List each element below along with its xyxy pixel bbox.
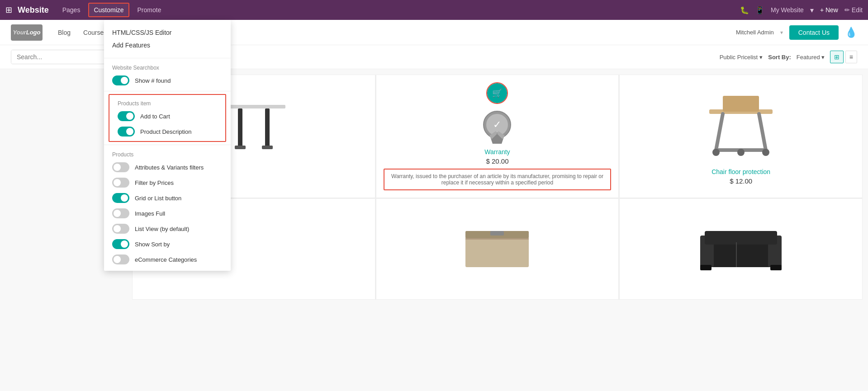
product-price-warranty: $ 20.00 [486,157,508,165]
promote-nav[interactable]: Promote [133,4,166,16]
filter-prices-label: Filter by Prices [135,179,223,186]
pricelist-label: Public Pricelist [720,54,758,61]
filter-prices-row: Filter by Prices [104,175,231,190]
box-svg [456,217,538,276]
products-section: Products [104,148,231,160]
product-description-warranty: Warranty, issued to the purchaser of an … [384,169,612,190]
svg-point-16 [762,149,769,156]
images-full-toggle[interactable] [112,208,129,218]
bug-icon[interactable]: 🐛 [740,6,749,14]
product-image-sofa [627,206,855,287]
svg-rect-21 [490,231,504,236]
product-grid-area: 🛒 ✓ Warranty $ 20.00 Warranty, issued to… [127,69,868,305]
topbar-right: 🐛 📱 My Website ▾ + New ✏ Edit [740,6,863,14]
product-image-chair [627,82,855,164]
nav-blog[interactable]: Blog [52,20,77,45]
images-full-row: Images Full [104,206,231,221]
sort-by-label: Sort By: [768,54,791,61]
product-description-label: Product Description [140,128,217,135]
ecommerce-categories-toggle[interactable] [112,254,129,264]
svg-line-13 [759,114,766,150]
sort-arrow-icon: ▾ [821,54,825,61]
add-to-cart-label: Add to Cart [140,113,217,120]
admin-name[interactable]: Mitchell Admin [736,29,774,36]
topbar-brand: Website [18,5,49,15]
svg-rect-18 [723,96,759,112]
my-website-btn[interactable]: My Website [771,6,804,14]
list-view-button[interactable]: ≡ [845,51,857,63]
view-toggle: ⊞ ≡ [830,51,857,63]
svg-rect-22 [465,238,529,240]
new-btn[interactable]: + New [820,6,838,14]
chair-svg [696,82,786,164]
svg-rect-28 [770,265,782,270]
add-to-cart-row: Add to Cart [109,108,225,124]
contact-us-button[interactable]: Contact Us [789,25,839,40]
grid-icon[interactable]: ⊞ [5,5,12,15]
attrs-variants-row: Attributes & Variants filters [104,160,231,175]
droplet-icon: 💧 [845,27,857,38]
product-name-warranty: Warranty [484,148,510,155]
product-card-warranty: 🛒 ✓ Warranty $ 20.00 Warranty, issued to… [376,75,619,198]
sort-by-value-text: Featured [797,54,820,61]
list-view-toggle[interactable] [112,224,129,234]
svg-rect-4 [262,146,273,149]
site-logo: YourLogo [11,24,43,41]
list-view-row: List View (by default) [104,221,231,236]
edit-btn[interactable]: ✏ Edit [844,6,863,14]
cart-button-box: 🛒 [486,82,508,104]
sofa-svg [696,217,786,276]
grid-list-label: Grid or List button [135,195,223,202]
show-sort-toggle[interactable] [112,239,129,249]
grid-list-row: Grid or List button [104,190,231,206]
pages-nav[interactable]: Pages [58,4,85,16]
add-to-cart-button[interactable]: 🛒 [487,83,507,103]
svg-line-12 [716,114,723,150]
attrs-variants-toggle[interactable] [112,162,129,172]
products-item-section: Products item [109,97,225,108]
images-full-label: Images Full [135,210,223,217]
ecommerce-categories-row: eCommerce Categories [104,252,231,267]
html-css-js-link[interactable]: HTML/CSS/JS Editor [112,26,223,39]
grid-list-toggle[interactable] [112,193,129,203]
website-searchbox-section: Website Searchbox [104,61,231,73]
customize-top-links: HTML/CSS/JS Editor Add Features [104,20,231,55]
product-grid: 🛒 ✓ Warranty $ 20.00 Warranty, issued to… [132,75,863,300]
sort-by-select[interactable]: Featured ▾ [797,54,825,61]
product-description-row: Product Description [109,124,225,139]
svg-point-15 [712,149,720,156]
customize-dropdown: HTML/CSS/JS Editor Add Features Website … [104,20,231,271]
filter-prices-toggle[interactable] [112,178,129,188]
product-name-chair: Chair floor protection [711,168,770,175]
mobile-icon[interactable]: 📱 [755,6,764,14]
ecommerce-categories-label: eCommerce Categories [135,256,223,263]
site-header-right: Mitchell Admin ▾ Contact Us 💧 [736,25,857,40]
product-card-chair: Chair floor protection $ 12.00 [619,75,863,198]
show-sort-label: Show Sort by [135,241,223,248]
product-price-chair: $ 12.00 [730,177,752,185]
show-found-label: Show # found [135,77,223,84]
topbar: ⊞ Website Pages Customize Promote HTML/C… [0,0,868,20]
svg-rect-1 [238,108,242,149]
show-found-toggle[interactable] [112,75,129,85]
product-image-box [384,206,612,287]
svg-text:✓: ✓ [493,119,501,130]
show-sort-row: Show Sort by [104,236,231,252]
svg-rect-27 [700,265,711,270]
list-view-label: List View (by default) [135,226,223,232]
show-found-row: Show # found [104,73,231,88]
svg-rect-26 [705,231,777,245]
products-item-box: Products item Add to Cart Product Descri… [109,94,226,142]
svg-point-17 [737,149,745,156]
svg-rect-3 [235,146,246,149]
svg-rect-2 [265,108,270,149]
grid-view-button[interactable]: ⊞ [830,51,844,63]
product-description-toggle[interactable] [118,127,135,137]
add-features-link[interactable]: Add Features [112,39,223,52]
customize-nav[interactable]: Customize [88,3,129,17]
attrs-variants-label: Attributes & Variants filters [135,164,223,171]
add-to-cart-toggle[interactable] [118,111,135,121]
pricelist-select[interactable]: Public Pricelist ▾ [720,54,763,61]
svg-rect-0 [222,105,285,108]
logo-image: YourLogo [11,24,43,41]
